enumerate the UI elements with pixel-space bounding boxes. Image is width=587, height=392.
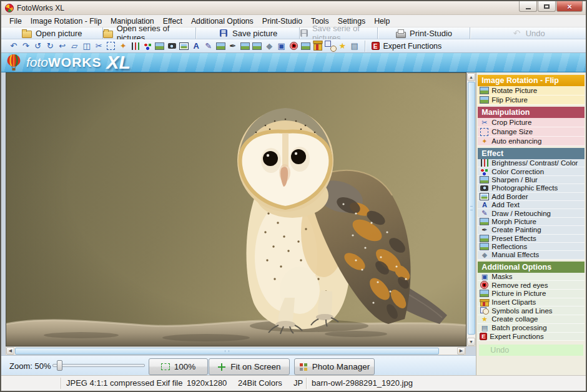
rotate-ccw-icon[interactable]: ↺ — [32, 40, 44, 52]
sidebar-item-sharpen-blur[interactable]: Sharpen / Blur — [478, 176, 585, 184]
add-text-icon[interactable]: A — [190, 40, 203, 52]
sidebar-item-crop-picture[interactable]: ✂ Crop Picture — [478, 118, 585, 127]
item-label: Remove red eyes — [491, 282, 548, 289]
horizontal-scroll-thumb[interactable] — [15, 348, 440, 355]
rotate-right-icon[interactable]: ↷ — [20, 40, 32, 52]
zoom-slider[interactable] — [52, 364, 145, 367]
fit-on-screen-button[interactable]: Fit on Screen — [209, 358, 290, 375]
color-correction-icon[interactable] — [142, 40, 154, 52]
rotate-left-icon[interactable]: ↶ — [7, 40, 20, 52]
sidebar-item-brightness-contrast-color[interactable]: Brightness/ Contrast/ Color — [478, 159, 585, 167]
scroll-right-button[interactable]: ▶ — [457, 347, 465, 355]
item-icon — [480, 234, 489, 242]
flip-3d-icon[interactable]: ▱ — [69, 40, 81, 52]
save-picture-button[interactable]: Save picture — [195, 27, 299, 39]
menu-additional-options[interactable]: Additional Options — [187, 16, 258, 27]
item-icon — [480, 243, 489, 251]
sidebar-item-photographic-effects[interactable]: Photographic Effects — [478, 184, 585, 192]
maximize-button[interactable] — [538, 1, 556, 12]
toolbar-button-icon — [103, 29, 114, 38]
reflections-icon[interactable] — [251, 40, 264, 52]
open-picture-button[interactable]: Open picture — [1, 27, 102, 39]
sidebar-item-batch-processing[interactable]: ▤ Batch processing — [478, 324, 585, 333]
sidebar-item-color-correction[interactable]: Color Correction — [478, 167, 585, 175]
zoom-100-button[interactable]: 100% — [149, 358, 208, 375]
expert-functions-button[interactable]: E Expert Functions — [372, 42, 442, 51]
print-studio-button[interactable]: Print-Studio — [377, 27, 470, 39]
sidebar-item-picture-in-picture[interactable]: Picture in Picture — [478, 290, 585, 298]
item-label: Auto enhancing — [491, 137, 541, 145]
window-title: FotoWorks XL — [17, 4, 64, 12]
crop-scissors-icon[interactable]: ✂ — [93, 40, 106, 52]
masks-icon[interactable]: ▣ — [275, 40, 288, 52]
sidebar-item-add-text[interactable]: A Add Text — [478, 201, 585, 209]
rotate-cw-icon[interactable]: ↻ — [44, 40, 57, 52]
sidebar-item-expert-functions[interactable]: E Expert Functions — [478, 333, 585, 341]
batch-processing-icon[interactable]: ▤ — [348, 40, 361, 52]
change-size-icon[interactable] — [105, 40, 117, 52]
sidebar-item-masks[interactable]: ▣ Masks — [478, 273, 585, 282]
panel-header-image-rotation-flip: Image Rotation - Flip — [478, 75, 585, 86]
photo-manager-button[interactable]: Photo Manager — [294, 358, 375, 375]
sidebar-item-remove-red-eyes[interactable]: Remove red eyes — [478, 281, 585, 290]
add-border-icon[interactable] — [178, 40, 190, 52]
item-icon: A — [480, 201, 489, 209]
photo-manager-label: Photo Manager — [312, 362, 370, 371]
sidebar-item-create-collage[interactable]: ★ Create collage — [478, 315, 585, 324]
photo-canvas-owl[interactable] — [6, 72, 466, 346]
rotate-180-icon[interactable]: ↩ — [56, 40, 69, 52]
scroll-left-button[interactable]: ◀ — [6, 347, 14, 355]
item-label: Photographic Effects — [491, 184, 558, 192]
undo-button[interactable]: ↶ Undo — [470, 27, 586, 39]
create-collage-icon[interactable]: ★ — [337, 40, 349, 52]
toolbar-button-label: Print-Studio — [410, 29, 452, 38]
minimize-button[interactable] — [519, 1, 537, 12]
sidebar-item-change-size[interactable]: Change Size — [478, 127, 585, 137]
item-icon — [480, 290, 489, 298]
create-painting-icon[interactable]: ✒ — [227, 40, 239, 52]
scroll-up-button[interactable]: ▲ — [467, 73, 475, 81]
sidebar-item-manual-effects[interactable]: ◆ Manual Effects — [478, 251, 585, 259]
brightness-contrast-icon[interactable] — [129, 40, 142, 52]
picture-in-picture-icon[interactable] — [300, 40, 312, 52]
sidebar-item-morph-picture[interactable]: Morph Picture — [478, 218, 585, 226]
close-button[interactable]: × — [556, 1, 583, 12]
sidebar-item-draw-retouching[interactable]: ✎ Draw / Retouching — [478, 209, 585, 217]
sidebar-item-symbols-and-lines[interactable]: Symbols and Lines — [478, 306, 585, 315]
sidebar-item-reflections[interactable]: Reflections — [478, 243, 585, 251]
sidebar-item-create-painting[interactable]: ✒ Create Painting — [478, 226, 585, 234]
manual-effects-icon[interactable]: ◆ — [264, 40, 276, 52]
sidebar-item-rotate-picture[interactable]: Rotate Picture — [478, 86, 585, 96]
menu-file[interactable]: File — [5, 16, 26, 27]
sidebar-item-add-border[interactable]: Add Border — [478, 193, 585, 201]
sidebar-item-insert-cliparts[interactable]: Insert Cliparts — [478, 298, 585, 307]
item-label: Sharpen / Blur — [491, 176, 538, 184]
item-label: Color Correction — [491, 168, 544, 175]
symbols-lines-icon[interactable] — [324, 40, 337, 52]
zoom-slider-thumb[interactable] — [57, 360, 62, 371]
morph-picture-icon[interactable] — [215, 40, 227, 52]
vertical-scrollbar[interactable]: ▲ ▼ — [466, 72, 476, 346]
open-series-button[interactable]: Open series of pictures — [102, 27, 196, 39]
item-label: Rotate Picture — [491, 87, 537, 94]
item-icon — [480, 217, 489, 225]
remove-red-eyes-icon[interactable] — [288, 40, 300, 52]
mirror-icon[interactable]: ◫ — [81, 40, 93, 52]
photographic-effects-icon[interactable] — [166, 40, 179, 52]
vertical-scroll-thumb[interactable] — [468, 82, 475, 335]
undo-strip-button[interactable]: Undo — [479, 345, 583, 356]
save-series-button[interactable]: Save serie of pictures — [299, 27, 377, 39]
scroll-down-button[interactable]: ▼ — [467, 338, 475, 346]
sidebar-item-flip-picture[interactable]: Flip Picture — [478, 96, 585, 105]
auto-enhance-icon[interactable]: ✦ — [117, 40, 130, 52]
menu-image-rotation-flip[interactable]: Image Rotation - Flip — [26, 16, 106, 27]
sidebar-item-auto-enhancing[interactable]: ✦ Auto enhancing — [478, 137, 585, 146]
horizontal-scrollbar[interactable]: ◀ ▶ — [6, 346, 466, 355]
draw-retouching-icon[interactable]: ✎ — [202, 40, 215, 52]
item-label: Picture in Picture — [491, 290, 546, 297]
menu-print-studio[interactable]: Print-Studio — [258, 16, 307, 27]
preset-effects-icon[interactable] — [239, 40, 252, 52]
insert-cliparts-icon[interactable] — [312, 40, 325, 52]
sharpen-blur-icon[interactable] — [154, 40, 166, 52]
sidebar-item-preset-effects[interactable]: Preset Effects — [478, 235, 585, 243]
